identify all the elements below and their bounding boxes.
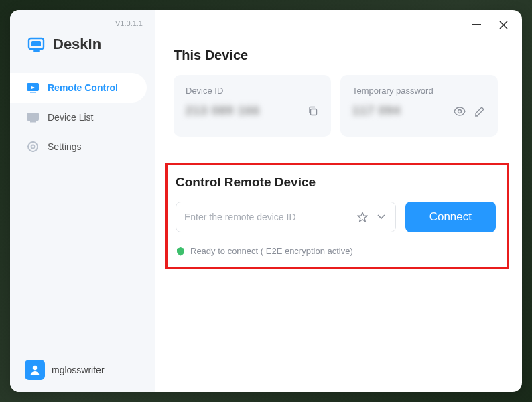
sidebar-item-remote-control[interactable]: Remote Control bbox=[10, 73, 147, 103]
svg-rect-11 bbox=[311, 109, 317, 115]
svg-rect-6 bbox=[27, 113, 39, 121]
minimize-button[interactable] bbox=[471, 19, 482, 30]
highlight-annotation: Control Remote Device Connect bbox=[165, 163, 509, 269]
star-icon[interactable] bbox=[356, 211, 369, 223]
device-id-card: Device ID 213 089 166 bbox=[174, 75, 331, 137]
device-list-icon bbox=[26, 112, 40, 123]
sidebar-item-label: Settings bbox=[48, 141, 82, 152]
status-text: Ready to connect ( E2E encryption active… bbox=[190, 246, 353, 256]
avatar bbox=[25, 360, 45, 380]
svg-point-9 bbox=[31, 145, 35, 149]
connect-button[interactable]: Connect bbox=[405, 202, 496, 232]
password-value: 117 094 bbox=[352, 104, 401, 118]
gear-icon bbox=[26, 141, 40, 152]
sidebar-item-label: Device List bbox=[48, 112, 93, 123]
eye-icon[interactable] bbox=[454, 105, 466, 117]
sidebar-item-settings[interactable]: Settings bbox=[10, 132, 155, 161]
brand-name: DeskIn bbox=[53, 36, 101, 53]
svg-rect-2 bbox=[31, 41, 41, 46]
main-panel: This Device Device ID 213 089 166 Tempor… bbox=[155, 10, 522, 392]
this-device-cards: Device ID 213 089 166 Temporary password… bbox=[174, 75, 498, 137]
version-label: V1.0.1.1 bbox=[10, 17, 155, 27]
svg-point-12 bbox=[458, 109, 462, 113]
connection-status: Ready to connect ( E2E encryption active… bbox=[176, 246, 496, 256]
sidebar-nav: Remote Control Device List Settings bbox=[10, 73, 155, 161]
control-remote-title: Control Remote Device bbox=[176, 175, 496, 190]
remote-control-icon bbox=[26, 82, 40, 93]
svg-rect-5 bbox=[30, 92, 36, 93]
device-id-label: Device ID bbox=[186, 86, 319, 96]
shield-icon bbox=[176, 247, 185, 256]
username-label: mglosswriter bbox=[52, 364, 105, 375]
brand-block: DeskIn bbox=[10, 27, 155, 73]
app-window: V1.0.1.1 DeskIn Remote Control bbox=[10, 10, 522, 392]
sidebar-item-label: Remote Control bbox=[48, 82, 118, 93]
svg-point-10 bbox=[33, 366, 37, 370]
svg-rect-3 bbox=[33, 50, 40, 52]
password-card: Temporary password 117 094 bbox=[340, 75, 498, 137]
close-button[interactable] bbox=[498, 19, 509, 30]
this-device-title: This Device bbox=[174, 48, 498, 63]
edit-icon[interactable] bbox=[474, 105, 486, 117]
sidebar-user-block[interactable]: mglosswriter bbox=[10, 348, 155, 392]
titlebar-controls bbox=[471, 19, 509, 30]
copy-icon[interactable] bbox=[307, 105, 319, 117]
sidebar-item-device-list[interactable]: Device List bbox=[10, 103, 155, 132]
chevron-down-icon[interactable] bbox=[375, 211, 387, 223]
svg-rect-0 bbox=[472, 24, 481, 25]
brand-logo-icon bbox=[26, 34, 46, 54]
password-label: Temporary password bbox=[352, 86, 486, 96]
remote-id-input[interactable] bbox=[184, 212, 356, 222]
svg-rect-7 bbox=[30, 121, 36, 123]
device-id-value: 213 089 166 bbox=[186, 104, 260, 118]
sidebar: V1.0.1.1 DeskIn Remote Control bbox=[10, 10, 155, 392]
remote-id-input-wrap bbox=[176, 202, 396, 232]
